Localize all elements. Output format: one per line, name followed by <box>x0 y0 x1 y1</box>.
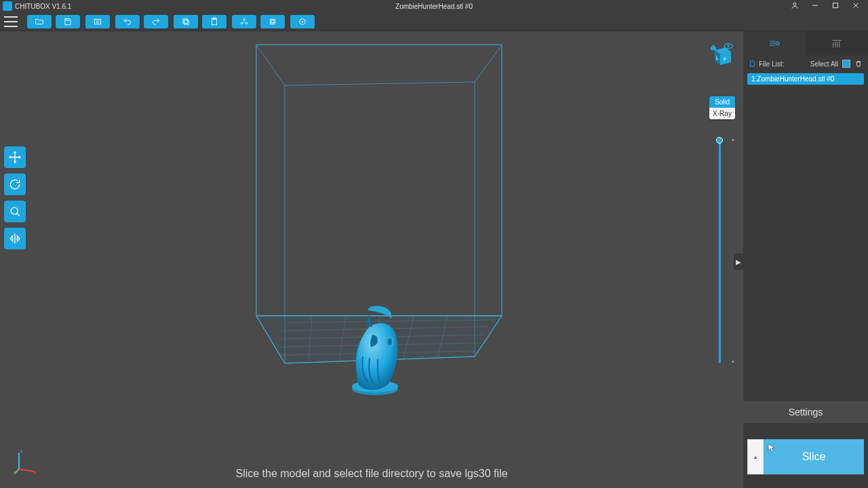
scale-tool[interactable] <box>4 201 26 222</box>
svg-rect-5 <box>94 19 100 24</box>
home-icon[interactable] <box>711 45 716 50</box>
paste-button[interactable] <box>202 15 226 28</box>
svg-line-22 <box>256 316 285 363</box>
svg-rect-8 <box>183 18 187 22</box>
undo-button[interactable] <box>115 15 140 28</box>
transform-tools <box>4 146 26 249</box>
file-list-header: File List: Select All <box>743 56 868 72</box>
tab-supports[interactable] <box>806 31 868 56</box>
viewport-3d[interactable]: z x y L F Solid X-Ray <box>0 31 743 488</box>
axis-y-label: y <box>14 470 16 474</box>
minimize-button[interactable] <box>811 1 819 11</box>
rotate-tool[interactable] <box>4 174 26 195</box>
menu-button[interactable] <box>4 16 18 27</box>
move-tool[interactable] <box>4 146 26 168</box>
document-title: ZombieHunterHead.stl #0 <box>395 3 473 10</box>
redo-button[interactable] <box>144 15 168 28</box>
toolbar-group-file <box>27 15 80 28</box>
layer-slider-handle[interactable] <box>716 137 723 144</box>
svg-point-17 <box>302 20 303 22</box>
copy-button[interactable] <box>174 15 198 28</box>
svg-point-11 <box>243 18 245 20</box>
layer-slider[interactable]: ˅ ˄ <box>717 140 722 363</box>
slice-row: ▴ Slice <box>747 439 864 474</box>
auto-layout-button[interactable] <box>232 15 256 28</box>
view-mode-toggle: Solid X-Ray <box>709 96 735 119</box>
right-panel: File List: Select All 1.ZombieHunterHead… <box>743 31 868 488</box>
file-list-item[interactable]: 1.ZombieHunterHead.stl #0 <box>747 73 864 85</box>
svg-rect-15 <box>271 20 274 23</box>
panel-tabs <box>743 31 868 56</box>
slice-button[interactable]: Slice <box>764 439 864 474</box>
view-mode-solid[interactable]: Solid <box>709 96 735 108</box>
svg-rect-14 <box>271 19 275 24</box>
hint-text: Slice the model and select file director… <box>235 468 507 480</box>
layer-slider-bottom-chevron[interactable]: ˄ <box>731 360 735 369</box>
app-icon <box>3 1 12 11</box>
save-button[interactable] <box>56 15 80 28</box>
axis-z-label: z <box>20 449 23 453</box>
svg-line-21 <box>475 316 502 357</box>
svg-line-40 <box>19 469 35 472</box>
window-controls <box>791 1 868 11</box>
dig-hole-button[interactable] <box>290 15 315 28</box>
svg-line-33 <box>437 316 448 358</box>
svg-line-29 <box>309 317 312 362</box>
app-name: CHITUBOX V1.6.1 <box>15 3 71 10</box>
select-all-label: Select All <box>810 60 838 68</box>
axis-x-label: x <box>34 470 37 474</box>
mirror-tool[interactable] <box>4 228 26 249</box>
file-icon <box>749 60 756 68</box>
screenshot-button[interactable] <box>85 15 110 28</box>
user-icon[interactable] <box>791 1 799 11</box>
maximize-button[interactable] <box>831 1 840 11</box>
svg-text:L: L <box>716 56 719 60</box>
svg-point-49 <box>776 42 779 45</box>
svg-line-19 <box>256 45 285 85</box>
open-folder-button[interactable] <box>27 15 52 28</box>
toolbar <box>0 12 868 31</box>
svg-rect-7 <box>184 20 189 24</box>
slice-button-label: Slice <box>802 451 826 463</box>
file-list-label: File List: <box>759 60 784 68</box>
cursor-icon <box>768 443 776 455</box>
layer-slider-top-chevron[interactable]: ˅ <box>731 138 735 147</box>
close-button[interactable] <box>852 1 860 11</box>
select-all-checkbox[interactable] <box>842 60 850 68</box>
panel-expand-toggle[interactable]: ▶ <box>734 253 743 270</box>
view-mode-xray[interactable]: X-Ray <box>709 108 735 119</box>
view-cube[interactable]: L F <box>708 42 735 69</box>
svg-point-6 <box>96 20 99 23</box>
hollow-button[interactable] <box>260 15 285 28</box>
title-bar: CHITUBOX V1.6.1 ZombieHunterHead.stl #0 <box>0 0 868 12</box>
delete-icon[interactable] <box>854 60 863 68</box>
svg-line-20 <box>475 45 502 82</box>
axis-gizmo: z x y <box>14 447 41 474</box>
svg-text:F: F <box>724 57 726 62</box>
model-mesh[interactable] <box>342 302 407 397</box>
tab-settings[interactable] <box>743 31 806 56</box>
svg-point-48 <box>727 45 729 47</box>
slice-dropdown[interactable]: ▴ <box>747 439 764 474</box>
svg-point-0 <box>793 3 796 5</box>
svg-point-38 <box>388 338 392 345</box>
eye-icon[interactable] <box>724 44 732 49</box>
settings-button[interactable]: Settings <box>743 401 868 423</box>
svg-rect-2 <box>833 3 838 8</box>
